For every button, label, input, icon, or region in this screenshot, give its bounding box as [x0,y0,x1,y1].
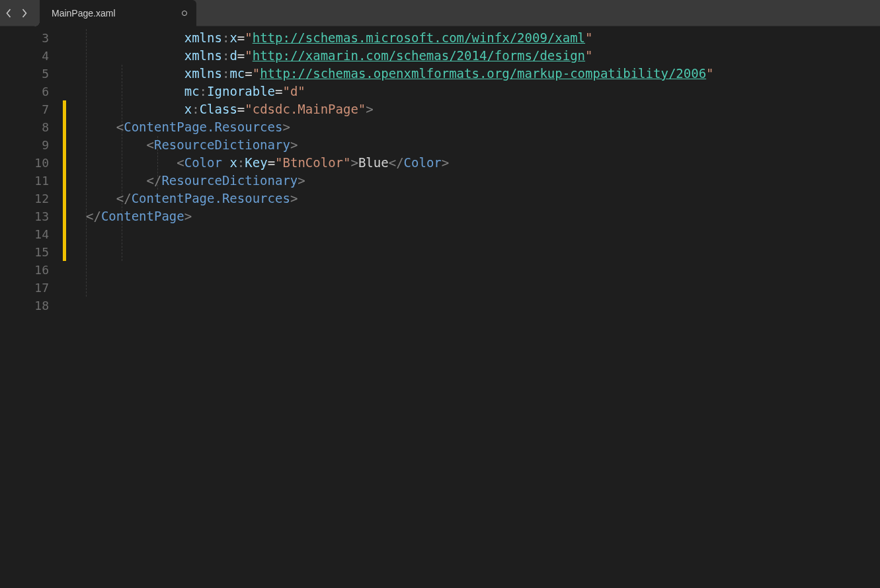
code-line: </ContentPage> [86,207,880,225]
code-line: <Color x:Key="BtnColor">Blue</Color> [86,154,880,172]
code-area[interactable]: xmlns:x="http://schemas.microsoft.com/wi… [66,26,880,588]
nav-arrows [0,8,33,18]
line-number: 5 [0,65,66,83]
tab-label: MainPage.xaml [52,8,116,18]
line-number: 17 [0,279,66,297]
line-number: 14 [0,225,66,243]
line-number: 8 [0,118,66,136]
code-line: x:Class="cdsdc.MainPage"> [86,100,880,118]
line-number: 18 [0,297,66,314]
tab-dirty-indicator-icon[interactable] [182,11,187,16]
line-number: 4 [0,47,66,65]
line-number: 15 [0,243,66,261]
line-number: 9 [0,136,66,154]
code-line: xmlns:x="http://schemas.microsoft.com/wi… [86,29,880,47]
line-number: 6 [0,83,66,100]
nav-back-icon[interactable] [5,8,13,18]
title-bar: MainPage.xaml [0,0,880,26]
line-number: 16 [0,261,66,279]
code-line: </ResourceDictionary> [86,172,880,190]
code-line: xmlns:d="http://xamarin.com/schemas/2014… [86,47,880,65]
line-number: 13 [0,207,66,225]
scrollbar[interactable] [871,26,880,588]
line-number: 7 [0,100,66,118]
code-line: <ContentPage.Resources> [86,118,880,136]
nav-forward-icon[interactable] [20,8,28,18]
editor: 3456789101112131415161718 xmlns:x="http:… [0,26,880,588]
line-number: 12 [0,190,66,207]
tab-mainpage[interactable]: MainPage.xaml [40,0,196,26]
code-line: </ContentPage.Resources> [86,190,880,207]
line-number: 11 [0,172,66,190]
code-line: xmlns:mc="http://schemas.openxmlformats.… [86,65,880,83]
line-number: 10 [0,154,66,172]
line-number: 3 [0,29,66,47]
code-line: mc:Ignorable="d" [86,83,880,100]
gutter: 3456789101112131415161718 [0,26,66,588]
code-line: <ResourceDictionary> [86,136,880,154]
